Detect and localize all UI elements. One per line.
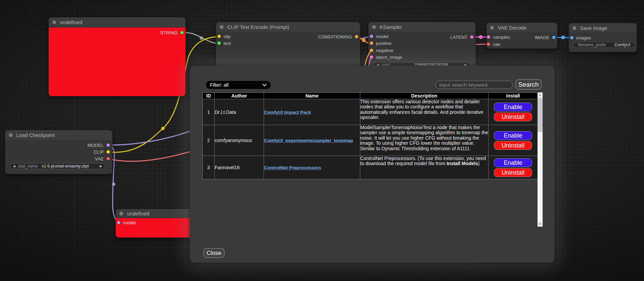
- port-output-conditioning[interactable]: CONDITIONING: [318, 33, 358, 40]
- cell-install: Enable Uninstall: [489, 99, 538, 125]
- port-dot-model[interactable]: [117, 221, 120, 224]
- port-dot-image[interactable]: [552, 36, 556, 39]
- node-title-bar[interactable]: Load Checkpoint: [5, 130, 112, 140]
- port-dot-model[interactable]: [106, 143, 110, 147]
- node-ksampler[interactable]: KSampler model positive negative latent_…: [368, 22, 476, 70]
- port-input-negative[interactable]: negative: [370, 47, 393, 54]
- table-row: 1 Dr.Lt.Data ComfyUI Impact Pack This ex…: [203, 99, 538, 125]
- close-button[interactable]: Close: [203, 248, 225, 258]
- port-input-model[interactable]: model: [370, 33, 389, 40]
- enable-button[interactable]: Enable: [494, 158, 532, 167]
- enable-button[interactable]: Enable: [494, 103, 532, 111]
- ckpt-prev-icon[interactable]: ◀: [13, 164, 15, 168]
- port-dot-images[interactable]: [570, 36, 574, 39]
- port-output-clip[interactable]: CLIP: [94, 148, 110, 155]
- port-dot-samples[interactable]: [487, 35, 490, 39]
- port-input-model[interactable]: model: [117, 219, 136, 226]
- ckpt-next-icon[interactable]: ▶: [100, 164, 102, 168]
- port-input-clip[interactable]: clip: [217, 33, 230, 40]
- port-dot-latent-image[interactable]: [370, 55, 373, 59]
- extension-link[interactable]: ControlNet Preprocessors: [264, 165, 321, 170]
- port-output-image[interactable]: IMAGE: [534, 34, 556, 41]
- node-collapse-dot-icon[interactable]: [52, 20, 56, 24]
- node-title: CLIP Text Encode (Prompt): [227, 24, 289, 30]
- header-author: Author: [215, 93, 264, 99]
- port-dot-positive[interactable]: [370, 41, 373, 45]
- header-description: Description: [360, 93, 489, 99]
- cell-install: Enable Uninstall: [489, 125, 538, 156]
- ckpt-name-label: ckpt_name: [18, 164, 38, 169]
- extension-link[interactable]: ComfyUI Impact Pack: [264, 110, 311, 115]
- node-save-image[interactable]: Save Image images filename_prefix ComfyU…: [569, 23, 637, 52]
- cell-name: ComfyUI_experiments/sampler_tonemap: [264, 125, 360, 156]
- port-dot-negative[interactable]: [370, 49, 373, 52]
- port-input-images[interactable]: images: [570, 34, 591, 41]
- header-id: ID: [203, 93, 215, 99]
- scrollbar-down-icon[interactable]: ▼: [538, 222, 543, 227]
- cell-install: Enable Uninstall: [489, 156, 538, 179]
- table-header-row: ID Author Name Description Install: [203, 93, 538, 99]
- cell-name: ControlNet Preprocessors: [264, 156, 360, 179]
- node-clip-text-encode[interactable]: CLIP Text Encode (Prompt) clip text COND…: [216, 22, 360, 66]
- port-dot-string[interactable]: [180, 31, 184, 34]
- node-collapse-dot-icon[interactable]: [573, 26, 576, 30]
- port-dot-clip[interactable]: [106, 150, 110, 154]
- port-dot-conditioning[interactable]: [355, 35, 358, 38]
- port-dot-clip[interactable]: [217, 35, 221, 38]
- port-dot-vae[interactable]: [106, 157, 110, 160]
- node-collapse-dot-icon[interactable]: [220, 25, 224, 29]
- scrollbar-thumb[interactable]: [538, 98, 543, 132]
- table-row: 3 Fannovel16 ControlNet Preprocessors Co…: [203, 156, 538, 179]
- port-input-samples[interactable]: samples: [487, 34, 510, 40]
- node-title-bar[interactable]: undefined: [49, 17, 185, 28]
- node-collapse-dot-icon[interactable]: [119, 212, 123, 215]
- header-name: Name: [264, 93, 360, 99]
- table-scrollbar[interactable]: ▲ ▼: [538, 92, 543, 227]
- port-output-model[interactable]: MODEL: [87, 142, 110, 148]
- port-dot-vae[interactable]: [487, 42, 490, 46]
- port-dot-latent[interactable]: [470, 35, 474, 39]
- cell-id: 1: [203, 99, 215, 125]
- header-install: Install: [489, 93, 538, 99]
- uninstall-button[interactable]: Uninstall: [494, 141, 532, 150]
- cell-author: Dr.Lt.Data: [215, 99, 264, 125]
- search-button[interactable]: Search: [515, 79, 542, 90]
- port-output-vae[interactable]: VAE: [95, 155, 110, 162]
- search-input[interactable]: [435, 81, 513, 89]
- port-input-vae[interactable]: vae: [487, 41, 500, 48]
- port-output-string[interactable]: STRING: [160, 29, 184, 36]
- node-collapse-dot-icon[interactable]: [490, 26, 494, 30]
- node-collapse-dot-icon[interactable]: [372, 25, 376, 29]
- ckpt-name-value: v1-5-pruned-emaonly.ckpt: [42, 164, 89, 169]
- port-dot-model[interactable]: [370, 35, 373, 38]
- port-output-latent[interactable]: LATENT: [450, 34, 474, 40]
- cell-description: This extension offers various detector n…: [360, 99, 489, 125]
- filter-select[interactable]: Filter: all: [205, 81, 271, 89]
- node-title-bar[interactable]: CLIP Text Encode (Prompt): [216, 22, 360, 32]
- ckpt-name-widget[interactable]: ◀ ckpt_name v1-5-pruned-emaonly.ckpt ▶: [10, 163, 105, 169]
- port-input-latent-image[interactable]: latent_image: [370, 54, 402, 60]
- node-title-bar[interactable]: VAE Decode: [486, 23, 557, 33]
- port-input-text[interactable]: text: [217, 40, 231, 47]
- node-title: Save Image: [580, 25, 607, 31]
- enable-button[interactable]: Enable: [494, 131, 532, 140]
- chevron-down-icon: [262, 84, 267, 87]
- extension-link[interactable]: ComfyUI_experiments/sampler_tonemap: [264, 138, 353, 143]
- node-undefined-top[interactable]: undefined STRING: [49, 17, 185, 96]
- scrollbar-up-icon[interactable]: ▲: [538, 92, 543, 98]
- custom-nodes-manager-dialog: Filter: all Search ID Author Name Descri…: [190, 66, 555, 263]
- table-row: 2 comfyanonymous ComfyUI_experiments/sam…: [203, 125, 538, 156]
- node-load-checkpoint[interactable]: Load Checkpoint MODEL CLIP VAE ◀ ckpt_na…: [5, 130, 112, 174]
- node-title-bar[interactable]: KSampler: [368, 22, 476, 32]
- port-dot-text[interactable]: [217, 41, 221, 45]
- uninstall-button[interactable]: Uninstall: [494, 112, 532, 121]
- filter-selected-value: Filter: all: [210, 82, 229, 88]
- node-collapse-dot-icon[interactable]: [9, 133, 13, 137]
- node-vae-decode[interactable]: VAE Decode samples vae IMAGE: [486, 23, 557, 49]
- filename-prefix-widget[interactable]: filename_prefix ComfyUI: [573, 42, 635, 48]
- node-title: undefined: [127, 211, 149, 216]
- uninstall-button[interactable]: Uninstall: [494, 168, 532, 177]
- node-title-bar[interactable]: Save Image: [569, 23, 637, 33]
- port-input-positive[interactable]: positive: [370, 40, 392, 47]
- extensions-table: ID Author Name Description Install 1 Dr.…: [202, 92, 538, 179]
